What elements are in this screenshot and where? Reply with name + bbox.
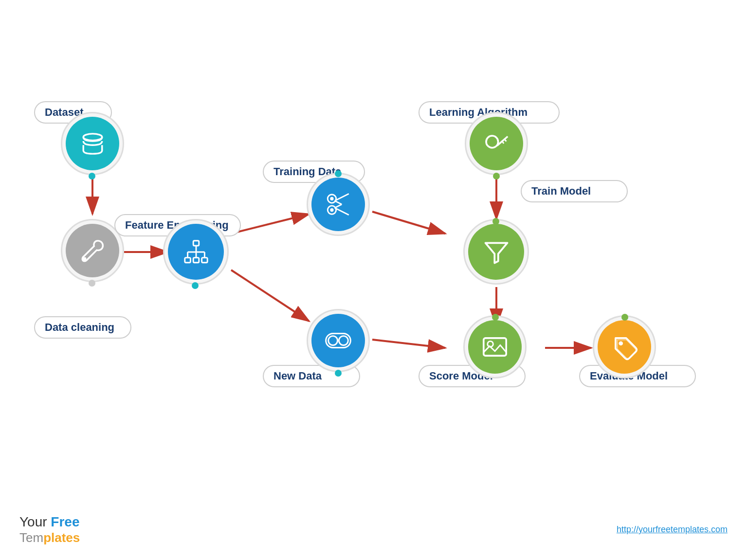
score-model-circle-outer: [463, 315, 527, 379]
train-model-label: Train Model: [521, 180, 628, 202]
logo-your-text: Your: [19, 514, 51, 529]
footer: Your Free Templates http://yourfreetempl…: [0, 514, 747, 545]
evaluate-model-circle-inner: [598, 320, 651, 374]
dot-training-data: [335, 170, 342, 177]
svg-line-25: [335, 194, 349, 201]
training-data-circle-inner: [311, 178, 365, 231]
svg-line-28: [335, 204, 342, 208]
logo-top: Your Free: [19, 514, 80, 530]
dot-dataset: [89, 173, 95, 180]
training-data-circle-outer: [307, 173, 370, 236]
svg-line-5: [372, 212, 445, 234]
feature-engineering-circle-inner: [168, 224, 224, 280]
svg-line-3: [231, 214, 309, 234]
score-model-circle-inner: [468, 320, 522, 374]
data-cleaning-label: Data cleaning: [34, 316, 131, 339]
arrows-svg: [29, 49, 720, 477]
svg-rect-15: [201, 257, 207, 262]
logo-templates-prefix: Tem: [19, 530, 43, 545]
footer-link[interactable]: http://yourfreetemplates.com: [617, 524, 728, 535]
feature-engineering-circle-outer: [163, 219, 229, 285]
logo-plates-text: plates: [43, 530, 80, 545]
train-model-circle-outer: [463, 219, 529, 285]
dot-learning-algo: [493, 173, 500, 180]
svg-point-38: [619, 341, 623, 345]
svg-line-8: [372, 340, 445, 348]
dot-data-cleaning: [89, 280, 95, 287]
dot-train-model: [492, 218, 499, 225]
dataset-circle-outer: [61, 112, 124, 175]
learning-algorithm-circle-outer: [465, 112, 528, 175]
dot-feature-eng: [192, 282, 199, 289]
dot-evaluate-model: [621, 314, 628, 321]
svg-rect-12: [193, 240, 199, 245]
svg-line-4: [231, 270, 309, 321]
svg-rect-36: [484, 338, 506, 356]
new-data-circle-outer: [307, 309, 370, 372]
logo-bottom: Templates: [19, 530, 80, 545]
svg-point-11: [83, 257, 86, 260]
dot-score-model: [492, 314, 499, 321]
new-data-circle-inner: [311, 314, 365, 367]
svg-rect-14: [193, 257, 199, 262]
svg-point-30: [328, 336, 338, 345]
dataset-circle-inner: [66, 117, 119, 170]
svg-line-26: [335, 208, 349, 215]
logo: Your Free Templates: [19, 514, 80, 545]
svg-point-24: [330, 208, 333, 212]
svg-point-23: [330, 197, 333, 200]
svg-point-32: [486, 136, 498, 148]
svg-line-27: [335, 201, 342, 204]
train-model-circle-inner: [468, 224, 524, 280]
dot-new-data: [335, 370, 342, 377]
svg-rect-13: [184, 257, 190, 262]
data-cleaning-circle-inner: [66, 224, 119, 277]
learning-algorithm-circle-inner: [470, 117, 523, 170]
svg-point-31: [339, 336, 348, 345]
diagram-container: Dataset Data cleaning Feat: [29, 49, 720, 477]
evaluate-model-circle-outer: [593, 315, 656, 379]
logo-free-text: Free: [51, 514, 79, 529]
